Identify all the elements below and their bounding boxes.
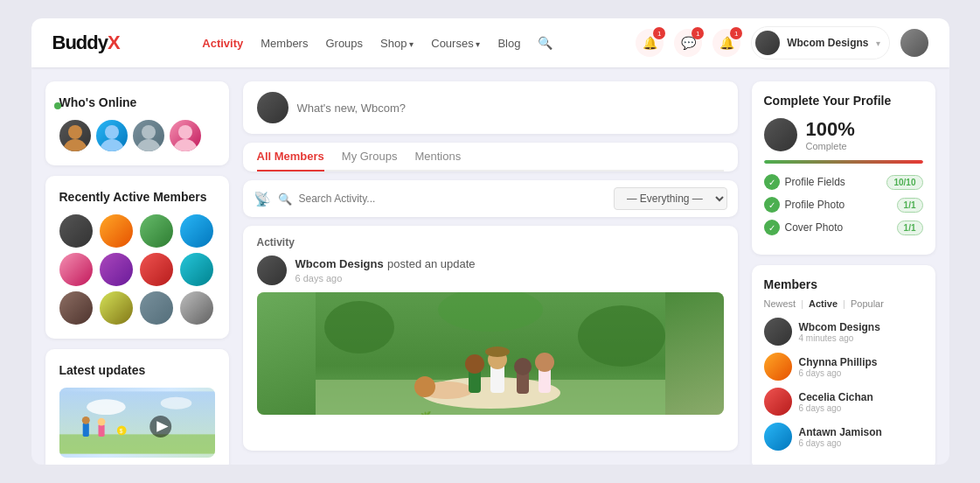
members-card: Members Newest | Active | Popular Wbcom … [752, 265, 935, 465]
progress-label: Complete [806, 141, 855, 151]
member-avatar-2[interactable] [764, 388, 792, 416]
recent-member-10[interactable] [100, 291, 133, 325]
member-name-2[interactable]: Cecelia Cichan [799, 391, 873, 403]
notification-btn-1[interactable]: 🔔 1 [636, 29, 664, 57]
content-area: Who's Online [31, 67, 949, 465]
tab-all-members[interactable]: All Members [257, 150, 324, 172]
recent-member-5[interactable] [59, 253, 93, 286]
member-info-0: Wbcom Designs 4 minutes ago [799, 321, 880, 343]
nav-links: Activity Members Groups Shop Courses Blo… [202, 36, 553, 50]
member-avatar-1[interactable] [764, 353, 792, 381]
recent-member-1[interactable] [59, 214, 93, 248]
svg-point-27 [414, 376, 435, 397]
check-icon-photo: ✓ [764, 197, 780, 213]
profile-fields-badge: 10/10 [886, 175, 922, 190]
nav-groups[interactable]: Groups [325, 37, 363, 50]
member-avatar-0[interactable] [764, 318, 792, 346]
recent-member-6[interactable] [100, 253, 133, 286]
site-logo[interactable]: BuddyX [52, 32, 120, 54]
progress-bar-fill [764, 160, 923, 164]
online-member-2[interactable] [96, 120, 128, 151]
complete-profile-card: Complete Your Profile 100% Complete ✓ Pr… [752, 81, 935, 255]
profile-item-fields: ✓ Profile Fields 10/10 [764, 174, 923, 190]
filter-newest[interactable]: Newest [764, 298, 796, 309]
online-member-1[interactable] [59, 120, 91, 151]
svg-point-10 [160, 397, 191, 410]
member-row-1: Chynna Phillips 6 days ago [764, 353, 923, 381]
user-name-nav: Wbcom Designs [787, 37, 868, 49]
progress-percent: 100% [806, 118, 855, 141]
member-info-1: Chynna Phillips 6 days ago [799, 356, 878, 378]
search-filter-row: 📡 🔍 — Everything — [243, 180, 738, 217]
recent-member-3[interactable] [140, 214, 173, 248]
notification-btn-2[interactable]: 💬 1 [674, 29, 702, 57]
svg-point-9 [87, 399, 125, 415]
recent-member-8[interactable] [180, 253, 213, 286]
profile-avatar[interactable] [764, 118, 797, 151]
recent-member-2[interactable] [100, 214, 133, 248]
recent-member-4[interactable] [180, 214, 213, 248]
search-icon-bar: 🔍 [278, 192, 292, 206]
member-name-1[interactable]: Chynna Phillips [799, 356, 878, 368]
svg-point-34 [514, 358, 532, 375]
member-time-2: 6 days ago [799, 403, 873, 413]
recently-active-title: Recently Active Members [59, 190, 215, 204]
filter-active[interactable]: Active [809, 298, 838, 309]
recent-member-12[interactable] [180, 291, 213, 325]
search-icon[interactable]: 🔍 [538, 36, 553, 50]
svg-point-15 [97, 418, 105, 426]
left-sidebar: Who's Online [45, 81, 229, 451]
latest-updates-title: Latest updates [59, 363, 215, 377]
member-name-3[interactable]: Antawn Jamison [799, 426, 882, 438]
nav-shop[interactable]: Shop [380, 37, 414, 50]
online-member-3[interactable] [133, 120, 164, 151]
member-info-3: Antawn Jamison 6 days ago [799, 426, 882, 448]
svg-point-21 [324, 301, 394, 354]
post-input[interactable] [297, 102, 724, 115]
filter-popular[interactable]: Popular [851, 298, 884, 309]
rss-icon[interactable]: 📡 [254, 191, 271, 207]
members-title: Members [764, 277, 923, 291]
nav-activity[interactable]: Activity [202, 37, 243, 50]
progress-bar-container [764, 160, 923, 164]
recent-member-7[interactable] [140, 253, 173, 286]
check-icon-cover: ✓ [764, 220, 780, 235]
post-author-name[interactable]: Wbcom Designs [295, 257, 384, 270]
center-column: All Members My Groups Mentions 📡 🔍 — Eve… [243, 81, 738, 451]
tab-my-groups[interactable]: My Groups [342, 150, 398, 170]
nav-members[interactable]: Members [261, 37, 308, 50]
online-member-4[interactable] [170, 120, 201, 151]
svg-point-5 [136, 139, 161, 151]
cover-photo-badge: 1/1 [897, 220, 923, 235]
chevron-down-icon: ▾ [876, 38, 880, 48]
post-author-avatar[interactable] [257, 256, 287, 285]
everything-filter[interactable]: — Everything — [614, 187, 727, 210]
check-icon-fields: ✓ [764, 174, 780, 190]
nav-courses[interactable]: Courses [431, 37, 480, 50]
nav-blog[interactable]: Blog [497, 37, 520, 50]
recently-active-grid [59, 214, 215, 325]
notification-badge-3: 1 [730, 27, 742, 39]
user-avatar-nav [755, 31, 780, 55]
member-name-0[interactable]: Wbcom Designs [799, 321, 880, 333]
user-avatar-circle[interactable] [900, 29, 928, 57]
activity-tabs: All Members My Groups Mentions [243, 143, 738, 172]
cover-photo-label: Cover Photo [785, 221, 844, 234]
recent-member-11[interactable] [140, 291, 173, 325]
member-row-3: Antawn Jamison 6 days ago [764, 423, 923, 451]
activity-search-input[interactable] [299, 192, 607, 205]
tab-mentions[interactable]: Mentions [414, 150, 461, 170]
svg-point-2 [105, 125, 119, 139]
online-members-row [59, 120, 215, 151]
svg-point-32 [485, 346, 510, 357]
svg-point-7 [173, 139, 198, 151]
svg-text:🌿: 🌿 [420, 410, 432, 415]
notification-btn-3[interactable]: 🔔 1 [712, 29, 740, 57]
recent-member-9[interactable] [59, 291, 93, 325]
notification-badge-2: 1 [692, 27, 704, 39]
activity-feed-card: Activity Wbcom Designs posted an update … [243, 226, 738, 451]
member-avatar-3[interactable] [764, 423, 792, 451]
post-box-avatar [257, 92, 288, 123]
user-menu[interactable]: Wbcom Designs ▾ [751, 26, 889, 60]
svg-point-36 [535, 353, 554, 372]
